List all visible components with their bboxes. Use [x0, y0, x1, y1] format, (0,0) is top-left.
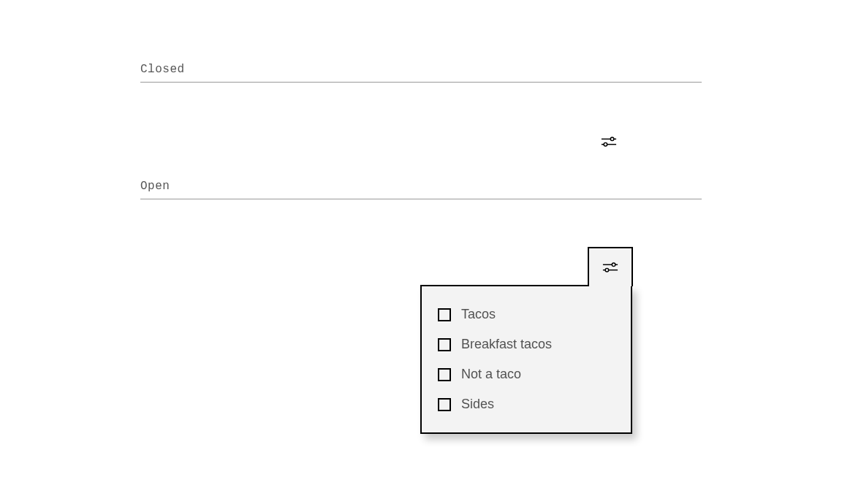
filter-option[interactable]: Breakfast tacos: [438, 329, 615, 359]
open-section: Open: [140, 180, 702, 199]
checkbox[interactable]: [438, 398, 451, 411]
sliders-icon: [601, 135, 617, 148]
divider: [140, 82, 702, 83]
filter-option-label: Not a taco: [461, 367, 521, 382]
filter-option[interactable]: Sides: [438, 389, 615, 419]
closed-section-label: Closed: [140, 63, 702, 76]
filter-option[interactable]: Not a taco: [438, 359, 615, 389]
checkbox[interactable]: [438, 338, 451, 351]
filter-option[interactable]: Tacos: [438, 299, 615, 329]
open-section-label: Open: [140, 180, 702, 193]
filter-panel: Tacos Breakfast tacos Not a taco Sides: [420, 247, 632, 434]
svg-point-1: [610, 137, 614, 141]
divider: [140, 199, 702, 199]
svg-point-3: [604, 142, 607, 146]
filter-option-label: Breakfast tacos: [461, 337, 552, 352]
filter-panel-body: Tacos Breakfast tacos Not a taco Sides: [420, 285, 632, 434]
settings-toggle-open[interactable]: [588, 247, 633, 286]
settings-toggle-closed[interactable]: [601, 134, 617, 150]
checkbox[interactable]: [438, 368, 451, 381]
svg-point-7: [605, 268, 609, 272]
sliders-icon: [602, 261, 618, 274]
svg-point-5: [612, 263, 615, 267]
closed-section: Closed: [140, 63, 702, 83]
filter-option-label: Tacos: [461, 307, 496, 322]
checkbox[interactable]: [438, 308, 451, 321]
filter-option-label: Sides: [461, 397, 494, 412]
